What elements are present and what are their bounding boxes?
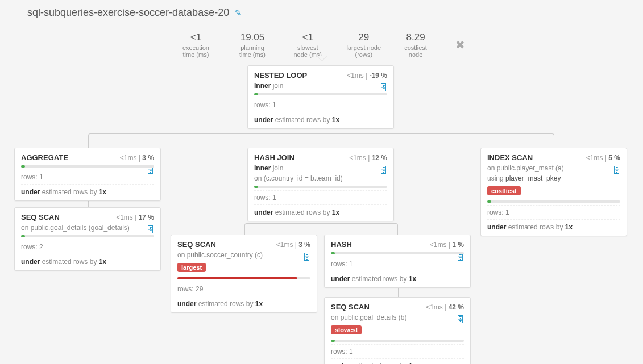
node-metrics: <1ms | 3 % — [120, 154, 154, 162]
stat-label: costliest node — [403, 44, 428, 58]
stat-costliest-node: 8.29 costliest node — [403, 32, 428, 58]
database-icon[interactable]: 🗄 — [379, 83, 388, 93]
node-seq-scan-goal-details[interactable]: SEQ SCAN <1ms | 17 % on public.goal_deta… — [14, 207, 161, 271]
slowest-badge: slowest — [331, 325, 362, 334]
progress-bar — [331, 252, 464, 254]
node-metrics: <1ms | 42 % — [426, 303, 464, 311]
close-icon[interactable]: ✖ — [455, 38, 465, 52]
estimate-note: under estimated rows by 1x — [21, 184, 154, 196]
stat-slowest-node: <1 slowest node (ms) — [291, 32, 325, 58]
progress-bar — [177, 277, 310, 279]
progress-bar — [21, 165, 154, 168]
node-title: INDEX SCAN — [487, 153, 533, 162]
estimate-note: under estimated rows by 1x — [331, 358, 464, 364]
database-icon[interactable]: 🗄 — [612, 165, 621, 175]
node-hash[interactable]: HASH <1ms | 1 % 🗄 rows: 1 under estimate… — [324, 235, 471, 288]
node-metrics: <1ms | 17 % — [116, 214, 154, 221]
stat-value: <1 — [178, 32, 214, 43]
node-subtitle: on public.goal_details (b) — [331, 313, 464, 321]
rows-count: rows: 1 — [21, 170, 154, 181]
database-icon[interactable]: 🗄 — [302, 252, 311, 262]
node-metrics: <1ms | 1 % — [430, 241, 464, 249]
rows-count: rows: 1 — [331, 257, 464, 268]
stat-value: <1 — [291, 32, 325, 43]
database-icon[interactable]: 🗄 — [456, 315, 464, 324]
node-title: HASH — [331, 240, 352, 249]
progress-bar — [21, 235, 154, 237]
estimate-note: under estimated rows by 1x — [254, 112, 387, 124]
node-subtitle: on public.soccer_country (c) — [177, 251, 310, 259]
estimate-note: under estimated rows by 1x — [487, 219, 620, 231]
pointer-icon — [316, 56, 327, 61]
page-title: sql-subqueries-exercise-soccer-database-… — [27, 7, 229, 19]
node-subtitle: on public.player_mast (a) — [487, 164, 620, 172]
estimate-note: under estimated rows by 1x — [331, 271, 464, 283]
node-title: SEQ SCAN — [331, 303, 370, 311]
progress-bar — [331, 340, 464, 342]
connector — [244, 223, 398, 235]
stat-value: 19.05 — [235, 32, 269, 43]
node-aggregate[interactable]: AGGREGATE <1ms | 3 % 🗄 rows: 1 under est… — [14, 148, 161, 201]
stat-label: execution time (ms) — [178, 44, 214, 58]
rows-count: rows: 2 — [21, 240, 154, 251]
stat-label: planning time (ms) — [235, 44, 269, 58]
node-nested-loop[interactable]: NESTED LOOP <1ms | -19 % Inner join 🗄 ro… — [247, 65, 394, 129]
node-metrics: <1ms | 5 % — [586, 154, 620, 162]
largest-badge: largest — [177, 263, 206, 272]
node-metrics: <1ms | 12 % — [349, 154, 387, 162]
page-title-row: sql-subqueries-exercise-soccer-database-… — [27, 7, 242, 19]
progress-bar — [254, 93, 387, 95]
node-hash-join[interactable]: HASH JOIN <1ms | 12 % Inner join on (c.c… — [247, 148, 394, 221]
node-subtitle: Inner join — [254, 82, 387, 90]
stat-value: 29 — [346, 32, 381, 43]
progress-bar — [487, 200, 620, 203]
rows-count: rows: 29 — [177, 282, 310, 293]
node-title: AGGREGATE — [21, 153, 68, 162]
node-metrics: <1ms | -19 % — [347, 72, 387, 80]
node-subtitle: Inner join — [254, 164, 387, 172]
estimate-note: under estimated rows by 1x — [177, 296, 310, 308]
database-icon[interactable]: 🗄 — [146, 225, 155, 235]
estimate-note: under estimated rows by 1x — [254, 204, 387, 216]
rows-count: rows: 1 — [487, 205, 620, 216]
database-icon[interactable]: 🗄 — [379, 165, 388, 175]
node-seq-scan-soccer-country[interactable]: SEQ SCAN <1ms | 3 % on public.soccer_cou… — [171, 235, 317, 313]
node-title: NESTED LOOP — [254, 71, 307, 80]
stat-planning-time: 19.05 planning time (ms) — [235, 32, 269, 58]
rows-count: rows: 1 — [331, 344, 464, 355]
node-title: SEQ SCAN — [21, 213, 60, 221]
node-title: SEQ SCAN — [177, 240, 216, 249]
node-title: HASH JOIN — [254, 153, 294, 162]
edit-icon[interactable]: ✎ — [235, 8, 242, 18]
node-index-scan[interactable]: INDEX SCAN <1ms | 5 % on public.player_m… — [480, 148, 627, 236]
costliest-badge: costliest — [487, 186, 521, 195]
node-seq-scan-goal-details-b[interactable]: SEQ SCAN <1ms | 42 % on public.goal_deta… — [324, 297, 471, 364]
estimate-note: under estimated rows by 1x — [21, 254, 154, 266]
node-metrics: <1ms | 3 % — [276, 241, 310, 249]
stat-largest-node: 29 largest node (rows) — [346, 32, 381, 58]
node-subtitle: on public.goal_details (goal_details) — [21, 224, 154, 232]
stat-value: 8.29 — [403, 32, 428, 43]
node-subtitle-2: on (c.country_id = b.team_id) — [254, 174, 387, 182]
progress-bar — [254, 186, 387, 188]
node-subtitle-2: using player_mast_pkey — [487, 174, 620, 182]
stat-execution-time: <1 execution time (ms) — [178, 32, 214, 58]
rows-count: rows: 1 — [254, 98, 387, 109]
stat-label: largest node (rows) — [346, 44, 381, 58]
rows-count: rows: 1 — [254, 190, 387, 202]
